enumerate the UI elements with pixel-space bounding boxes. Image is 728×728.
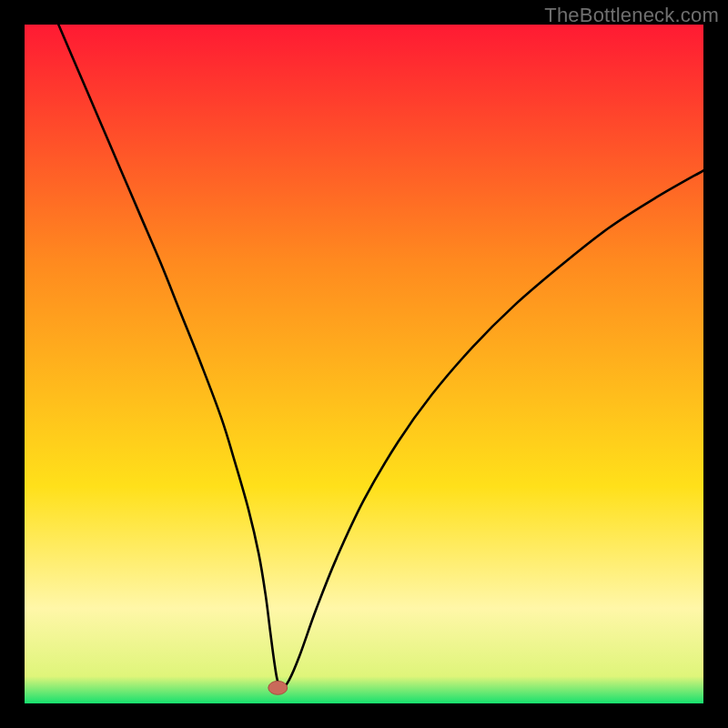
gradient-background — [25, 25, 703, 703]
watermark-text: TheBottleneck.com — [544, 4, 719, 27]
chart-frame: TheBottleneck.com — [0, 0, 728, 728]
plot-area — [25, 25, 703, 703]
chart-svg — [25, 25, 703, 703]
minimum-marker — [268, 681, 288, 694]
